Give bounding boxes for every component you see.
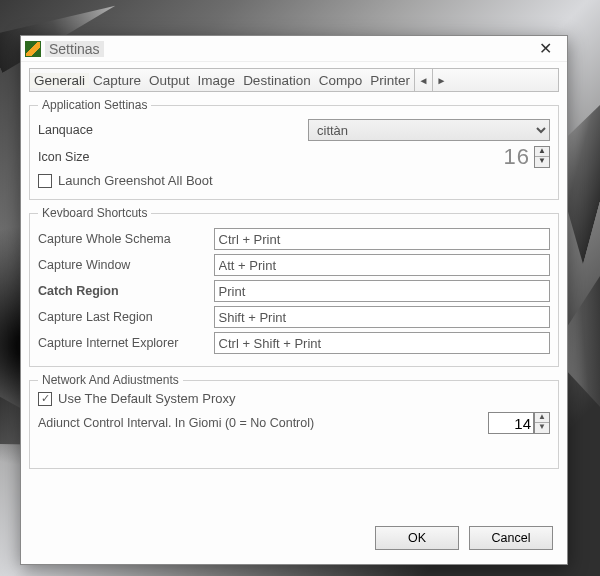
titlebar: Settinas ✕ bbox=[21, 36, 567, 62]
tab-generali[interactable]: Generali bbox=[30, 73, 89, 88]
proxy-checkbox[interactable]: ✓ Use The Default System Proxy bbox=[38, 391, 550, 406]
tab-scroll-left[interactable]: ◄ bbox=[414, 69, 432, 91]
icon-size-value: 16 bbox=[308, 144, 530, 170]
interval-stepper[interactable]: ▲ ▼ bbox=[534, 412, 550, 434]
close-icon: ✕ bbox=[539, 39, 552, 58]
chevron-right-icon: ► bbox=[437, 75, 447, 86]
tab-printer[interactable]: Printer bbox=[366, 73, 414, 88]
group-keyboard-shortcuts-legend: Kevboard Shortcuts bbox=[38, 206, 151, 220]
tab-compo[interactable]: Compo bbox=[315, 73, 367, 88]
ok-button[interactable]: OK bbox=[375, 526, 459, 550]
chevron-down-icon[interactable]: ▼ bbox=[535, 423, 549, 433]
shortcut-label-ie: Capture Internet Explorer bbox=[38, 336, 214, 350]
tab-capture[interactable]: Capture bbox=[89, 73, 145, 88]
checkbox-icon bbox=[38, 174, 52, 188]
shortcut-input-last-region[interactable] bbox=[214, 306, 550, 328]
shortcut-input-region[interactable] bbox=[214, 280, 550, 302]
tab-output[interactable]: Output bbox=[145, 73, 194, 88]
interval-label: Adiunct Control Interval. In Giomi (0 = … bbox=[38, 416, 488, 430]
cancel-button[interactable]: Cancel bbox=[469, 526, 553, 550]
group-application-settings: Application Settinas Lanquace cittàn Ico… bbox=[29, 98, 559, 200]
desktop-background: Settinas ✕ Generali Capture Output Image… bbox=[0, 0, 600, 576]
tab-destination[interactable]: Destination bbox=[239, 73, 315, 88]
checkbox-checked-icon: ✓ bbox=[38, 392, 52, 406]
chevron-down-icon[interactable]: ▼ bbox=[535, 157, 549, 167]
proxy-label: Use The Default System Proxy bbox=[58, 391, 236, 406]
tab-strip: Generali Capture Output Image Destinatio… bbox=[29, 68, 559, 92]
icon-size-stepper[interactable]: ▲ ▼ bbox=[534, 146, 550, 168]
group-network: Network And Adiustments ✓ Use The Defaul… bbox=[29, 373, 559, 469]
icon-size-label: Icon Size bbox=[38, 150, 308, 164]
shortcut-label-last-region: Capture Last Region bbox=[38, 310, 214, 324]
chevron-left-icon: ◄ bbox=[419, 75, 429, 86]
group-keyboard-shortcuts: Kevboard Shortcuts Capture Whole Schema … bbox=[29, 206, 559, 367]
language-label: Lanquace bbox=[38, 123, 308, 137]
shortcut-input-window[interactable] bbox=[214, 254, 550, 276]
shortcut-label-region: Catch Region bbox=[38, 284, 214, 298]
group-application-settings-legend: Application Settinas bbox=[38, 98, 151, 112]
shortcut-label-window: Capture Window bbox=[38, 258, 214, 272]
shortcut-input-whole[interactable] bbox=[214, 228, 550, 250]
shortcut-label-whole: Capture Whole Schema bbox=[38, 232, 214, 246]
tab-scroll-right[interactable]: ► bbox=[432, 69, 450, 91]
close-button[interactable]: ✕ bbox=[527, 36, 563, 62]
launch-on-boot-checkbox[interactable]: Launch Greenshot All Boot bbox=[38, 173, 213, 188]
settings-window: Settinas ✕ Generali Capture Output Image… bbox=[20, 35, 568, 565]
shortcut-input-ie[interactable] bbox=[214, 332, 550, 354]
interval-input[interactable] bbox=[488, 412, 534, 434]
group-network-legend: Network And Adiustments bbox=[38, 373, 183, 387]
tab-image[interactable]: Image bbox=[194, 73, 240, 88]
app-icon bbox=[25, 41, 41, 57]
window-title: Settinas bbox=[45, 41, 104, 57]
language-select[interactable]: cittàn bbox=[308, 119, 550, 141]
launch-on-boot-label: Launch Greenshot All Boot bbox=[58, 173, 213, 188]
